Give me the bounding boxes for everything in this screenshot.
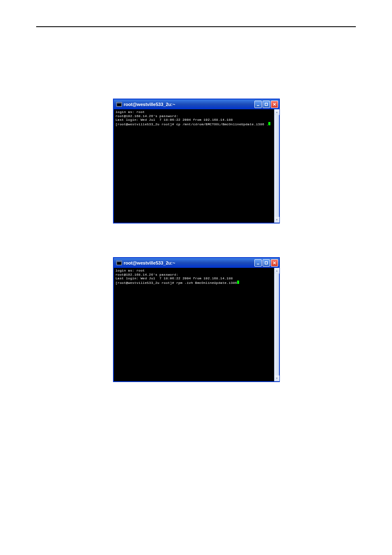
cursor-icon [237, 281, 239, 284]
close-button[interactable] [271, 101, 278, 108]
terminal-line: login as: root [115, 110, 145, 114]
terminal-line: login as: root [115, 269, 145, 272]
window-title: root@westville533_2u:~ [124, 102, 175, 107]
window-controls [254, 101, 278, 108]
terminal-line: [root@westville533_2u root]# rpm -ivh Bm… [115, 281, 237, 285]
scroll-up-button[interactable]: ▴ [274, 109, 279, 115]
terminal-window-1: root@westville533_2u:~ login as: root ro… [113, 99, 280, 223]
terminal-line: root@192.168.14.26's password: [115, 114, 178, 118]
svg-rect-1 [117, 103, 121, 104]
svg-rect-9 [265, 262, 267, 264]
svg-rect-8 [257, 264, 259, 265]
scrollbar[interactable]: ▴ ▾ [274, 109, 279, 223]
maximize-button[interactable] [263, 259, 270, 267]
terminal-icon [116, 101, 122, 107]
titlebar-left: root@westville533_2u:~ [116, 260, 175, 266]
titlebar-left: root@westville533_2u:~ [116, 101, 175, 107]
terminal-line: root@192.168.14.26's password: [115, 273, 178, 276]
svg-rect-7 [117, 261, 121, 262]
terminal-content: login as: root root@192.168.14.26's pass… [115, 269, 277, 285]
svg-rect-3 [265, 103, 267, 106]
svg-rect-2 [257, 105, 259, 106]
terminal-body[interactable]: login as: root root@192.168.14.26's pass… [114, 109, 279, 223]
terminal-body[interactable]: login as: root root@192.168.14.26's pass… [114, 268, 279, 381]
minimize-button[interactable] [254, 101, 262, 108]
terminal-line: Last login: Wed Jul 7 18:06:22 2004 from… [115, 276, 233, 280]
terminal-icon [116, 260, 122, 266]
terminal-content: login as: root root@192.168.14.26's pass… [115, 110, 277, 126]
scroll-down-button[interactable]: ▾ [274, 217, 279, 223]
titlebar[interactable]: root@westville533_2u:~ [114, 99, 279, 109]
window-controls [254, 259, 278, 267]
terminal-window-2: root@westville533_2u:~ login as: root ro… [113, 257, 280, 382]
horizontal-rule [36, 26, 356, 27]
scroll-up-button[interactable]: ▴ [274, 268, 279, 274]
scroll-down-button[interactable]: ▾ [274, 375, 279, 381]
minimize-button[interactable] [254, 259, 262, 267]
terminal-line: [root@westville533_2u root]# cp /mnt/cdr… [115, 122, 268, 126]
terminal-line: Last login: Wed Jul 7 18:06:22 2004 from… [115, 118, 233, 122]
cursor-icon [268, 122, 270, 125]
close-button[interactable] [271, 259, 278, 267]
scrollbar[interactable]: ▴ ▾ [274, 268, 279, 381]
maximize-button[interactable] [263, 101, 270, 108]
window-title: root@westville533_2u:~ [124, 260, 175, 265]
titlebar[interactable]: root@westville533_2u:~ [114, 258, 279, 268]
